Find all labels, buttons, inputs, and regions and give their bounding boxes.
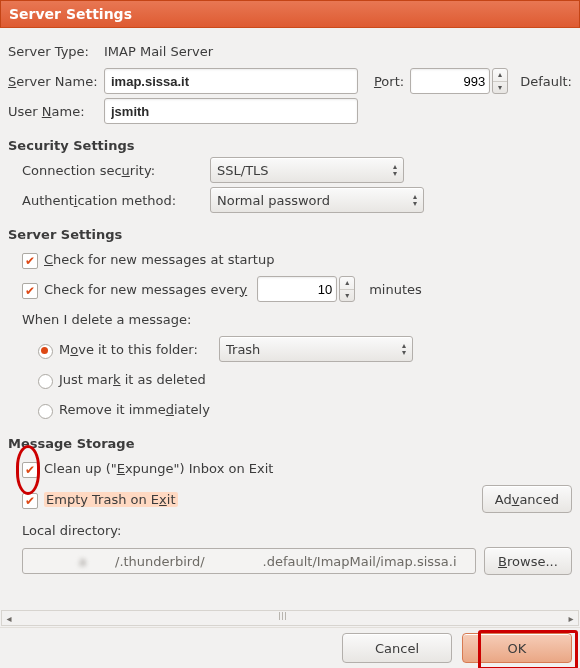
checkbox-check-every[interactable] — [22, 283, 38, 299]
port-input[interactable] — [410, 68, 490, 94]
label-default: Default: — [520, 74, 572, 89]
user-name-input[interactable] — [104, 98, 358, 124]
row-auth-method: Authentication method: Normal password ▴… — [8, 187, 572, 213]
check-every-spinner[interactable]: ▴ ▾ — [339, 276, 355, 302]
row-localdir-label: Local directory: — [8, 517, 572, 543]
row-move-folder: Move it to this folder: Trash ▴▾ — [8, 336, 572, 362]
label-when-delete: When I delete a message: — [22, 312, 191, 327]
spinner-down-icon[interactable]: ▾ — [493, 82, 507, 94]
server-name-input[interactable] — [104, 68, 358, 94]
dialog-footer: Cancel OK — [0, 627, 580, 668]
section-message-storage: Message Storage — [8, 436, 572, 451]
ok-button[interactable]: OK — [462, 633, 572, 663]
label-port: Port: — [374, 74, 404, 89]
row-server-name: Server Name: Port: ▴ ▾ Default: — [8, 68, 572, 94]
conn-security-combo[interactable]: SSL/TLS ▴▾ — [210, 157, 404, 183]
browse-button[interactable]: Browse... — [484, 547, 572, 575]
checkbox-check-startup[interactable] — [22, 253, 38, 269]
label-conn-security: Connection security: — [22, 163, 210, 178]
row-conn-security: Connection security: SSL/TLS ▴▾ — [8, 157, 572, 183]
label-auth-method: Authentication method: — [22, 193, 210, 208]
label-check-startup[interactable]: Check for new messages at startup — [44, 252, 274, 267]
scrollbar-grip-icon — [279, 612, 286, 620]
trash-folder-value: Trash — [226, 342, 260, 357]
section-security: Security Settings — [8, 138, 572, 153]
row-check-startup: Check for new messages at startup — [8, 246, 572, 272]
combo-arrows-icon: ▴▾ — [402, 342, 406, 356]
label-cleanup[interactable]: Clean up ("Expunge") Inbox on Exit — [44, 461, 273, 476]
row-empty-trash: Empty Trash on Exit Advanced — [8, 485, 572, 513]
label-server-name: Server Name: — [8, 74, 104, 89]
radio-mark-deleted[interactable] — [38, 374, 53, 389]
port-spinner[interactable]: ▴ ▾ — [492, 68, 508, 94]
scroll-left-icon[interactable]: ◂ — [2, 612, 16, 624]
row-cleanup: Clean up ("Expunge") Inbox on Exit — [8, 455, 572, 481]
advanced-button[interactable]: Advanced — [482, 485, 572, 513]
label-server-type: Server Type: — [8, 44, 104, 59]
spinner-up-icon[interactable]: ▴ — [340, 277, 354, 290]
row-user-name: User Name: — [8, 98, 572, 124]
label-empty-trash[interactable]: Empty Trash on Exit — [44, 492, 178, 507]
spinner-up-icon[interactable]: ▴ — [493, 69, 507, 82]
label-check-every[interactable]: Check for new messages every — [44, 282, 247, 297]
conn-security-value: SSL/TLS — [217, 163, 269, 178]
value-server-type: IMAP Mail Server — [104, 44, 213, 59]
combo-arrows-icon: ▴▾ — [393, 163, 397, 177]
row-localdir: a/.thunderbird/ .default/ImapMail/imap.s… — [8, 547, 572, 575]
scroll-right-icon[interactable]: ▸ — [564, 612, 578, 624]
row-delete-label: When I delete a message: — [8, 306, 572, 332]
row-mark-deleted: Just mark it as deleted — [8, 366, 572, 392]
section-server-settings: Server Settings — [8, 227, 572, 242]
trash-folder-combo[interactable]: Trash ▴▾ — [219, 336, 413, 362]
cancel-button[interactable]: Cancel — [342, 633, 452, 663]
row-check-every: Check for new messages every ▴ ▾ minutes — [8, 276, 572, 302]
scrollbar-track[interactable] — [16, 612, 564, 624]
label-remove-immediately[interactable]: Remove it immediately — [59, 402, 210, 417]
auth-method-value: Normal password — [217, 193, 330, 208]
label-user-name: User Name: — [8, 104, 104, 119]
content-area: Server Type: IMAP Mail Server Server Nam… — [0, 28, 580, 575]
window-title: Server Settings — [9, 6, 132, 22]
combo-arrows-icon: ▴▾ — [413, 193, 417, 207]
radio-move-folder[interactable] — [38, 344, 53, 359]
title-bar: Server Settings — [0, 0, 580, 28]
label-minutes: minutes — [369, 282, 422, 297]
radio-remove-immediately[interactable] — [38, 404, 53, 419]
label-local-directory: Local directory: — [22, 523, 121, 538]
checkbox-empty-trash[interactable] — [22, 493, 38, 509]
horizontal-scrollbar[interactable]: ◂ ▸ — [1, 610, 579, 626]
label-mark-deleted[interactable]: Just mark it as deleted — [59, 372, 206, 387]
label-move-folder[interactable]: Move it to this folder: — [59, 342, 219, 357]
row-server-type: Server Type: IMAP Mail Server — [8, 38, 572, 64]
checkbox-cleanup[interactable] — [22, 462, 38, 478]
spinner-down-icon[interactable]: ▾ — [340, 290, 354, 302]
check-every-input[interactable] — [257, 276, 337, 302]
auth-method-combo[interactable]: Normal password ▴▾ — [210, 187, 424, 213]
local-directory-field[interactable]: a/.thunderbird/ .default/ImapMail/imap.s… — [22, 548, 476, 574]
row-remove-immediately: Remove it immediately — [8, 396, 572, 422]
